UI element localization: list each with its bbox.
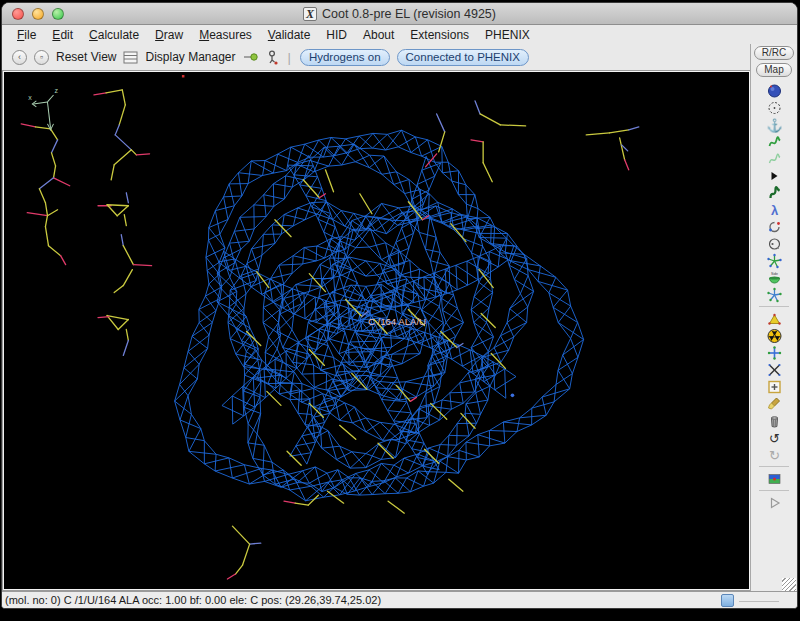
modelling-icon-stack: ⚓λSide↺↻ — [759, 82, 789, 511]
key-icon[interactable] — [243, 51, 259, 63]
regularize-zone-icon[interactable] — [763, 150, 785, 167]
residue-chain-segment — [27, 213, 47, 216]
stray-density-dot — [511, 394, 515, 398]
svg-text:z: z — [55, 87, 59, 94]
flip-side-icon[interactable]: Side — [763, 269, 785, 286]
menu-measures[interactable]: Measures — [192, 27, 259, 43]
svg-text:↺: ↺ — [769, 430, 780, 445]
status-divider — [739, 601, 779, 602]
add-residue-box-icon[interactable] — [763, 378, 785, 395]
in-density-stick — [325, 170, 333, 192]
residue-fragment-segment — [483, 163, 492, 182]
residue-chain-segment — [98, 317, 109, 318]
auto-fit-rotamer-icon[interactable] — [763, 218, 785, 235]
residue-chain-segment — [50, 129, 57, 140]
close-button[interactable] — [12, 8, 24, 20]
in-density-stick — [360, 194, 372, 214]
molecule-figure-icon[interactable] — [266, 50, 279, 65]
jiggle-fit-icon[interactable] — [763, 286, 785, 303]
nav-back-icon[interactable]: ‹ — [12, 50, 27, 65]
residue-chain-segment — [54, 178, 70, 186]
residue-chain-segment — [121, 235, 123, 246]
reset-view-button[interactable]: Reset View — [56, 50, 116, 64]
residue-fragment-segment — [620, 138, 625, 160]
nav-target-icon[interactable]: ▫ — [34, 50, 49, 65]
status-scroll-thumb[interactable] — [721, 594, 734, 607]
display-manager-button[interactable]: Display Manager — [145, 50, 235, 64]
residue-fragment-segment — [284, 501, 295, 503]
residue-fragment-segment — [500, 125, 525, 126]
residue-chain-segment — [45, 203, 47, 216]
residue-fragment-segment — [625, 160, 629, 170]
molecular-viewport[interactable]: xzC /164 ALA/U — [4, 72, 749, 589]
residue-chain-segment — [52, 153, 56, 166]
crosshair-circle-icon[interactable] — [763, 99, 785, 116]
icon-separator — [759, 306, 789, 307]
radiation-icon[interactable] — [763, 327, 785, 344]
residue-chain-segment — [136, 154, 149, 155]
residue-fragment-segment — [232, 526, 249, 544]
rigid-body-fit-icon[interactable] — [763, 184, 785, 201]
status-bar: (mol. no: 0) C /1/U/164 ALA occ: 1.00 bf… — [2, 591, 797, 608]
menu-validate[interactable]: Validate — [261, 27, 318, 43]
residue-chain-segment — [123, 246, 133, 265]
menu-file[interactable]: File — [10, 27, 43, 43]
anchor-icon[interactable]: ⚓ — [763, 116, 785, 133]
menu-hid[interactable]: HID — [319, 27, 354, 43]
brush-icon[interactable] — [763, 395, 785, 412]
menu-edit[interactable]: Edit — [45, 27, 80, 43]
refine-zone-icon[interactable] — [763, 133, 785, 150]
residue-chain-segment — [54, 166, 56, 178]
in-density-stick — [388, 501, 404, 513]
title-bar[interactable]: X Coot 0.8-pre EL (revision 4925) — [2, 3, 797, 25]
run-script-icon[interactable] — [763, 494, 785, 511]
residue-chain-segment — [61, 256, 66, 265]
edit-chi-angles-icon[interactable] — [763, 252, 785, 269]
minimize-button[interactable] — [32, 8, 44, 20]
residue-chain-segment — [117, 206, 128, 216]
phenix-connection-button[interactable]: Connected to PHENIX — [397, 49, 529, 66]
menu-calculate[interactable]: Calculate — [82, 27, 146, 43]
zoom-button[interactable] — [52, 8, 64, 20]
residue-fragment-segment — [250, 543, 261, 544]
right-toolbar: R/RC Map ⚓λSide↺↻ — [750, 44, 797, 591]
undo-icon[interactable]: ↺ — [763, 429, 785, 446]
red-speck — [182, 75, 185, 77]
coot-window: X Coot 0.8-pre EL (revision 4925) FileEd… — [1, 2, 798, 609]
residue-fragment-segment — [295, 503, 308, 505]
residue-chain-segment — [48, 246, 60, 256]
gl-canvas-frame: xzC /164 ALA/U — [2, 70, 750, 591]
residue-chain-segment — [52, 140, 58, 153]
x11-icon: X — [303, 7, 317, 21]
menu-about[interactable]: About — [356, 27, 401, 43]
residue-chain-segment — [124, 215, 126, 226]
sphere-icon[interactable] — [763, 82, 785, 99]
map-button[interactable]: Map — [756, 63, 791, 77]
residue-fragment-segment — [586, 133, 609, 135]
ligand-builder-flag-icon[interactable] — [763, 470, 785, 487]
residue-chain-segment — [106, 90, 122, 93]
toolbar-separator: | — [286, 50, 293, 65]
expand-arrow-icon[interactable] — [763, 167, 785, 184]
menu-phenix[interactable]: PHENIX — [478, 27, 537, 43]
residue-chain-segment — [133, 265, 151, 266]
svg-text:x: x — [28, 94, 32, 101]
status-text: (mol. no: 0) C /1/U/164 ALA occ: 1.00 bf… — [5, 594, 381, 606]
rotamers-icon[interactable] — [763, 235, 785, 252]
menu-draw[interactable]: Draw — [148, 27, 190, 43]
residue-fragment-segment — [227, 574, 235, 579]
hydrogens-toggle-button[interactable]: Hydrogens on — [300, 49, 390, 66]
residue-chain-segment — [131, 150, 136, 155]
rotate-translate-icon[interactable]: λ — [763, 201, 785, 218]
trash-icon[interactable] — [763, 412, 785, 429]
mutate-icon[interactable] — [763, 361, 785, 378]
add-terminal-residue-icon[interactable] — [763, 310, 785, 327]
redo-icon[interactable]: ↻ — [763, 446, 785, 463]
residue-chain-segment — [47, 210, 57, 216]
place-atom-icon[interactable] — [763, 344, 785, 361]
resize-grip[interactable] — [782, 578, 796, 591]
in-density-stick — [449, 479, 463, 491]
residue-chain-segment — [123, 340, 128, 355]
menu-extensions[interactable]: Extensions — [403, 27, 476, 43]
rrc-button[interactable]: R/RC — [754, 46, 794, 60]
